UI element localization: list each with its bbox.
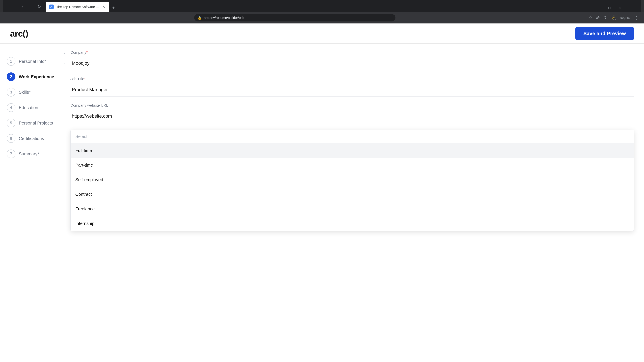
sidebar-num-4: 4 (7, 103, 16, 112)
sidebar-num-6: 6 (7, 134, 16, 143)
sidebar-label-summary: Summary* (19, 151, 39, 157)
tab-title: Hire Top Remote Software Dev... (56, 5, 99, 9)
main-layout: 1 Personal Info* 2 Work Experience 3 Ski… (0, 43, 644, 351)
window-controls: − □ ✕ (594, 4, 624, 12)
job-title-required: * (84, 77, 86, 81)
sidebar-num-7: 7 (7, 149, 16, 158)
sidebar-label-skills: Skills* (19, 90, 31, 95)
dropdown-placeholder: Select (70, 130, 634, 143)
sort-arrows: ↑ ↓ (64, 50, 68, 66)
job-title-field: Job Title* (70, 77, 634, 96)
new-tab-button[interactable]: + (109, 4, 118, 12)
sidebar-item-summary[interactable]: 7 Summary* (7, 146, 57, 162)
company-url-field: Company website URL (70, 103, 634, 123)
sidebar: 1 Personal Info* 2 Work Experience 3 Ski… (0, 43, 64, 351)
dropdown-option-internship[interactable]: Internship (70, 216, 634, 231)
minimize-button[interactable]: − (594, 4, 604, 12)
page-content: arc() Save and Preview 1 Personal Info* … (0, 23, 644, 351)
dropdown-option-contract[interactable]: Contract (70, 187, 634, 202)
sidebar-num-1: 1 (7, 57, 16, 66)
browser-chrome: ← → ↻ A Hire Top Remote Software Dev... … (0, 0, 644, 23)
sidebar-label-personal-info: Personal Info* (19, 59, 46, 64)
sidebar-item-skills[interactable]: 3 Skills* (7, 84, 57, 100)
reload-button[interactable]: ↻ (36, 3, 43, 10)
tab-favicon: A (49, 4, 54, 9)
dropdown-panel: Select Full-time Part-time Self-employed… (70, 130, 634, 231)
company-label: Company* (70, 50, 634, 55)
dropdown-option-parttime[interactable]: Part-time (70, 158, 634, 172)
sidebar-item-personal-projects[interactable]: 5 Personal Projects (7, 115, 57, 131)
lock-icon: 🔒 (198, 16, 202, 20)
save-preview-button[interactable]: Save and Preview (576, 27, 634, 40)
sidebar-label-education: Education (19, 105, 38, 110)
forward-button[interactable]: → (28, 3, 35, 10)
download-button[interactable]: ↧ (602, 14, 608, 21)
sidebar-num-2: 2 (7, 72, 16, 81)
sidebar-item-personal-info[interactable]: 1 Personal Info* (7, 54, 57, 69)
sidebar-label-work-experience: Work Experience (19, 74, 54, 79)
menu-button[interactable]: ⋮ (633, 14, 640, 21)
sidebar-num-5: 5 (7, 119, 16, 127)
browser-tab-active[interactable]: A Hire Top Remote Software Dev... ✕ (46, 2, 109, 12)
employment-type-dropdown[interactable]: Select Full-time Part-time Self-employed… (70, 130, 634, 231)
tab-close-button[interactable]: ✕ (101, 4, 106, 9)
dropdown-option-freelance[interactable]: Freelance (70, 202, 634, 216)
dropdown-option-selfemployed[interactable]: Self-employed (70, 172, 634, 187)
job-title-label: Job Title* (70, 77, 634, 81)
app-header: arc() Save and Preview (0, 23, 644, 43)
sort-down-arrow[interactable]: ↓ (64, 59, 68, 66)
incognito-indicator: 🥷 Incognito (609, 15, 632, 20)
back-button[interactable]: ← (20, 3, 27, 10)
company-url-input[interactable] (70, 110, 634, 123)
sort-up-arrow[interactable]: ↑ (64, 50, 68, 58)
sidebar-item-work-experience[interactable]: 2 Work Experience (7, 69, 57, 84)
work-experience-form: Company* Job Title* Company website URL (70, 50, 634, 231)
browser-toolbar-icons: ☆ ☍ ↧ 🥷 Incognito ⋮ (587, 14, 640, 21)
content-area: ↑ ↓ Company* Job Title* (64, 43, 644, 351)
address-bar[interactable]: 🔒 arc.dev/resume/builder/edit (194, 14, 396, 21)
sidebar-label-certifications: Certifications (19, 136, 44, 141)
url-display: arc.dev/resume/builder/edit (204, 16, 244, 20)
company-input[interactable] (70, 57, 634, 70)
extensions-button[interactable]: ☍ (594, 14, 601, 21)
company-required: * (86, 50, 88, 54)
sidebar-num-3: 3 (7, 88, 16, 96)
dropdown-option-fulltime[interactable]: Full-time (70, 143, 634, 158)
sidebar-label-personal-projects: Personal Projects (19, 120, 53, 126)
sidebar-item-certifications[interactable]: 6 Certifications (7, 131, 57, 146)
company-field: Company* (70, 50, 634, 70)
incognito-label: Incognito (618, 16, 630, 19)
maximize-button[interactable]: □ (604, 4, 614, 12)
title-bar: ← → ↻ A Hire Top Remote Software Dev... … (0, 0, 644, 12)
close-button[interactable]: ✕ (614, 4, 624, 12)
app-logo: arc() (10, 28, 28, 38)
job-title-input[interactable] (70, 83, 634, 96)
company-url-label: Company website URL (70, 103, 634, 108)
bookmark-button[interactable]: ☆ (587, 14, 594, 21)
sidebar-item-education[interactable]: 4 Education (7, 100, 57, 115)
omnibox-row: 🔒 arc.dev/resume/builder/edit ☆ ☍ ↧ 🥷 In… (0, 12, 644, 23)
